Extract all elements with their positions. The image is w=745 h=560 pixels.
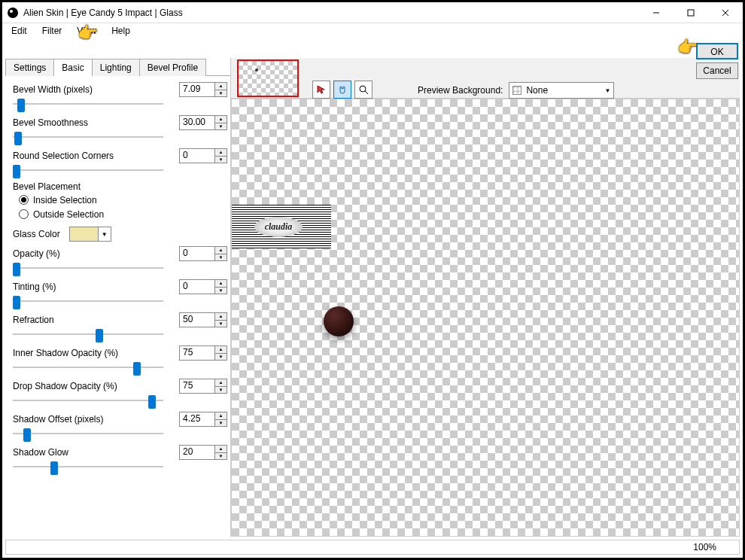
watermark-text: claudia xyxy=(254,217,303,237)
svg-line-8 xyxy=(365,91,368,94)
spinner-inner-shadow[interactable]: ▲▼ xyxy=(215,345,227,361)
slider-shadow-glow[interactable] xyxy=(13,461,163,472)
spinner-tinting[interactable]: ▲▼ xyxy=(215,279,227,294)
hand-pointer-icon: 👉 xyxy=(677,38,698,57)
slider-refraction[interactable] xyxy=(13,329,163,339)
slider-shadow-offset[interactable] xyxy=(13,428,163,439)
spinner-shadow-offset[interactable]: ▲▼ xyxy=(215,412,227,427)
preview-canvas[interactable]: claudia xyxy=(231,99,740,537)
label-refraction: Refraction xyxy=(13,315,54,325)
slider-drop-shadow[interactable] xyxy=(13,395,163,406)
svg-point-1 xyxy=(10,10,13,13)
menu-filter[interactable]: Filter xyxy=(35,24,70,38)
label-shadow-offset: Shadow Offset (pixels) xyxy=(13,414,104,425)
label-inside-selection: Inside Selection xyxy=(33,195,97,205)
menu-edit[interactable]: Edit xyxy=(4,24,35,38)
label-drop-shadow: Drop Shadow Opacity (%) xyxy=(13,381,117,391)
slider-inner-shadow[interactable] xyxy=(13,362,163,373)
spinner-refraction[interactable]: ▲▼ xyxy=(215,312,227,327)
tab-settings[interactable]: Settings xyxy=(5,59,54,76)
tool-hand[interactable] xyxy=(333,81,351,99)
menu-help[interactable]: Help xyxy=(104,24,138,38)
window-title: Alien Skin | Eye Candy 5 Impact | Glass xyxy=(23,8,639,18)
slider-bevel-width[interactable] xyxy=(13,99,163,109)
preview-object xyxy=(324,306,354,336)
label-shadow-glow: Shadow Glow xyxy=(13,447,68,458)
label-glass-color: Glass Color xyxy=(13,229,60,239)
slider-bevel-smoothness[interactable] xyxy=(13,132,163,142)
minimize-button[interactable] xyxy=(639,2,674,23)
tab-bevel-profile[interactable]: Bevel Profile xyxy=(139,59,206,76)
input-inner-shadow[interactable]: 75 xyxy=(179,345,215,361)
settings-panel: Settings Basic Lighting Bevel Profile Be… xyxy=(5,58,231,537)
label-bevel-smoothness: Bevel Smoothness xyxy=(13,117,88,128)
spinner-opacity[interactable]: ▲▼ xyxy=(215,246,227,261)
spinner-drop-shadow[interactable]: ▲▼ xyxy=(215,379,227,394)
tool-zoom[interactable] xyxy=(354,81,372,99)
label-preview-background: Preview Background: xyxy=(418,85,503,96)
label-bevel-width: Bevel Width (pixels) xyxy=(13,84,93,95)
radio-inside-selection[interactable] xyxy=(19,195,29,205)
preview-thumbnail[interactable] xyxy=(237,59,299,97)
close-button[interactable] xyxy=(708,2,743,23)
tab-basic[interactable]: Basic xyxy=(53,59,92,76)
slider-round-corners[interactable] xyxy=(13,165,163,175)
spinner-shadow-glow[interactable]: ▲▼ xyxy=(215,445,227,460)
label-bevel-placement: Bevel Placement xyxy=(13,181,227,192)
spinner-bevel-smoothness[interactable]: ▲▼ xyxy=(215,115,227,130)
slider-tinting[interactable] xyxy=(13,296,163,306)
ok-button[interactable]: OK xyxy=(696,43,738,59)
input-drop-shadow[interactable]: 75 xyxy=(179,379,215,394)
cancel-button[interactable]: Cancel xyxy=(696,62,738,79)
input-shadow-offset[interactable]: 4.25 xyxy=(179,412,215,427)
label-round-corners: Round Selection Corners xyxy=(13,151,114,161)
input-tinting[interactable]: 0 xyxy=(179,279,215,294)
label-tinting: Tinting (%) xyxy=(13,282,56,292)
preview-background-value: None xyxy=(526,85,548,96)
svg-rect-3 xyxy=(688,10,694,16)
watermark: claudia xyxy=(231,205,331,248)
preview-background-select[interactable]: None ▼ xyxy=(509,82,614,99)
glass-color-picker[interactable]: ▼ xyxy=(69,227,111,242)
spinner-bevel-width[interactable]: ▲▼ xyxy=(215,82,227,97)
svg-point-7 xyxy=(360,86,366,92)
status-bar: 100% xyxy=(5,540,740,555)
label-outside-selection: Outside Selection xyxy=(33,209,104,220)
input-bevel-width[interactable]: 7.09 xyxy=(179,82,215,97)
titlebar: Alien Skin | Eye Candy 5 Impact | Glass xyxy=(2,2,743,23)
transparency-icon xyxy=(512,86,522,95)
preview-area: Preview Background: None ▼ OK Cancel cla… xyxy=(231,58,740,537)
hand-pointer-icon: 👉 xyxy=(78,23,98,43)
spinner-round-corners[interactable]: ▲▼ xyxy=(215,148,227,163)
input-refraction[interactable]: 50 xyxy=(179,312,215,327)
app-icon xyxy=(7,7,19,19)
maximize-button[interactable] xyxy=(674,2,708,23)
radio-outside-selection[interactable] xyxy=(19,209,29,219)
tab-lighting[interactable]: Lighting xyxy=(92,59,140,76)
chevron-down-icon: ▼ xyxy=(604,87,610,94)
input-opacity[interactable]: 0 xyxy=(179,246,215,261)
zoom-level: 100% xyxy=(693,542,716,552)
svg-point-0 xyxy=(8,8,18,18)
svg-marker-6 xyxy=(318,86,324,93)
input-shadow-glow[interactable]: 20 xyxy=(179,445,215,460)
label-opacity: Opacity (%) xyxy=(13,248,60,259)
tool-pointer[interactable] xyxy=(312,81,330,99)
label-inner-shadow: Inner Shadow Opacity (%) xyxy=(13,348,118,358)
menubar: Edit Filter View Help xyxy=(2,23,743,38)
slider-opacity[interactable] xyxy=(13,263,163,273)
input-round-corners[interactable]: 0 xyxy=(179,148,215,163)
preview-toolbar: Preview Background: None ▼ OK Cancel xyxy=(231,58,740,99)
input-bevel-smoothness[interactable]: 30.00 xyxy=(179,115,215,130)
